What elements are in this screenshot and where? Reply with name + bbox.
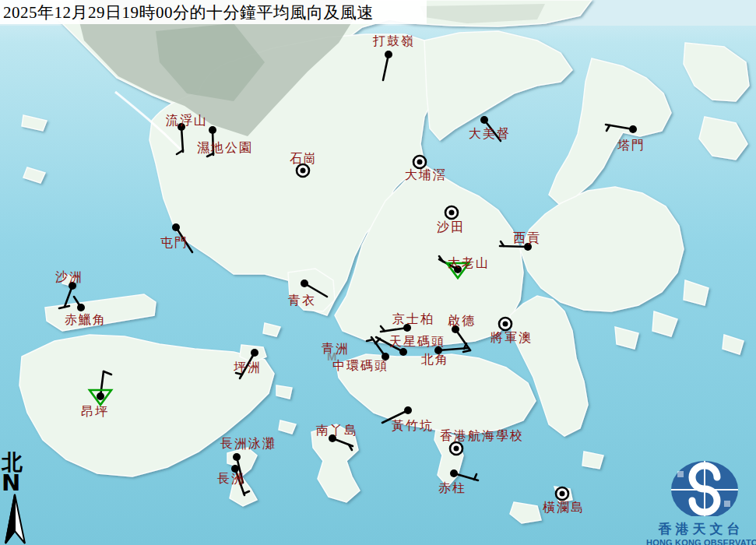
hko-logo-english: HONG KONG OBSERVATORY <box>646 538 756 545</box>
station-dot <box>172 223 180 231</box>
wind-barb-segment <box>104 371 111 374</box>
compass-north: 北 N <box>2 452 33 545</box>
hko-logo-icon <box>646 455 756 516</box>
station-calm: 沙田 <box>437 206 465 234</box>
station-label: 沙洲 <box>55 270 83 283</box>
calm-station-dot <box>449 210 455 216</box>
station-wind: 打鼓嶺 <box>372 34 415 80</box>
station-label: 赤柱 <box>438 481 466 494</box>
station-dot <box>301 280 308 287</box>
station-dot <box>450 469 458 477</box>
station-label: 大埔滘 <box>405 168 447 181</box>
calm-station-dot <box>503 322 508 327</box>
station-wind: 黃竹坑 <box>382 406 434 432</box>
station-label: 橫瀾島 <box>543 501 585 514</box>
station-label: 坪洲 <box>234 360 262 374</box>
station-calm: 石崗 <box>290 152 318 177</box>
station-label: 昂坪 <box>81 405 109 418</box>
station-wind: 昂坪 <box>81 371 111 418</box>
wind-barb-segment <box>463 350 470 352</box>
station-label: 屯門 <box>160 236 188 249</box>
station-dot <box>404 406 412 414</box>
station-wind: 塔門 <box>606 125 645 152</box>
station-wind: 大老山 <box>439 256 490 278</box>
wind-barb-segment <box>367 339 373 341</box>
station-dot <box>399 348 407 356</box>
station-wind: 西貢 <box>500 231 541 251</box>
station-wind: 屯門 <box>160 223 192 252</box>
station-label: 京士柏 <box>392 312 434 325</box>
station-wind: 南丫島 <box>316 424 358 450</box>
station-dot <box>97 392 104 400</box>
station-dot <box>385 51 392 58</box>
station-label: 啟德 <box>448 314 476 327</box>
station-dot <box>77 304 85 311</box>
north-arrow-icon <box>2 493 33 545</box>
calm-station-dot <box>560 491 565 497</box>
station-wind: 赤柱 <box>438 469 478 494</box>
station-dot <box>233 453 241 461</box>
station-wind: 坪洲 <box>234 349 262 378</box>
calm-station-dot <box>454 446 459 452</box>
station-calm: 將軍澳 <box>491 318 533 344</box>
station-label: 長洲泳灘 <box>220 437 276 450</box>
station-wind: 沙洲 <box>55 270 83 308</box>
stations-layer: 打鼓嶺流浮山濕地公園石崗大埔滘大美督塔門沙田屯門西貢大老山沙洲赤鱲角青衣青洲京士… <box>0 0 756 545</box>
station-label: 流浮山 <box>166 114 208 127</box>
calm-station-dot <box>417 160 423 165</box>
wind-barb-segment <box>383 54 389 80</box>
station-label: 香港航海學校 <box>440 429 524 442</box>
station-calm: 大埔滘 <box>405 156 447 181</box>
station-dot <box>209 126 216 134</box>
station-label: 塔門 <box>617 139 645 152</box>
station-wind: 赤鱲角 <box>65 297 107 326</box>
calm-station-dot <box>301 168 306 174</box>
basemap-m-marker: M <box>327 350 337 363</box>
station-label: 北角 <box>421 353 449 366</box>
station-label: 沙田 <box>437 220 465 234</box>
station-label: 長洲 <box>217 472 245 485</box>
wind-barb-segment <box>607 125 610 131</box>
station-calm: 橫瀾島 <box>543 487 585 514</box>
station-label: 打鼓嶺 <box>372 34 415 47</box>
station-label: 青衣 <box>288 294 316 307</box>
station-dot <box>251 349 258 357</box>
wind-barb-segment <box>59 306 69 308</box>
station-label: 大老山 <box>448 256 490 269</box>
compass-north-letter: N <box>2 473 33 493</box>
station-label: 將軍澳 <box>491 331 533 344</box>
station-label: 中環碼頭 <box>332 359 389 372</box>
station-dot <box>629 125 637 133</box>
station-label: 西貢 <box>513 231 541 245</box>
station-wind: 啟德 <box>448 314 476 352</box>
station-label: 濕地公園 <box>197 141 253 154</box>
station-label: 天星碼頭 <box>389 335 445 348</box>
station-wind: 大美督 <box>469 116 511 141</box>
station-label: 黃竹坑 <box>392 419 434 432</box>
station-label: 南丫島 <box>316 424 358 437</box>
station-label: 赤鱲角 <box>65 313 107 326</box>
station-label: 石崗 <box>290 152 318 165</box>
station-calm: 香港航海學校 <box>440 429 524 455</box>
station-wind: 京士柏 <box>381 312 434 332</box>
hko-logo-chinese: 香港天文台 <box>646 520 756 538</box>
wind-barb-segment <box>381 326 385 331</box>
wind-barb-segment <box>244 491 249 494</box>
station-dot <box>480 116 488 124</box>
station-wind: 長洲 <box>217 465 249 495</box>
station-label: 大美督 <box>469 127 511 140</box>
station-wind: 青衣 <box>288 280 327 307</box>
hko-logo: 香港天文台 HONG KONG OBSERVATORY <box>646 455 756 545</box>
station-wind: 濕地公園 <box>197 126 253 156</box>
wind-map-screen: 2025年12月29日19時00分的十分鐘平均風向及風速 打鼓嶺流浮山濕地公園石… <box>0 0 756 545</box>
